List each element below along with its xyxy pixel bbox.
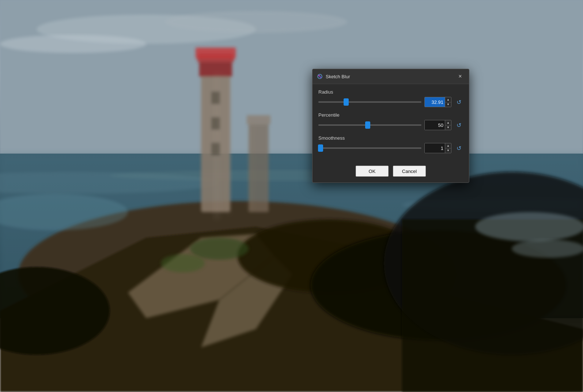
smoothness-spin-up[interactable]: ▲ — [445, 143, 451, 148]
svg-point-42 — [318, 75, 320, 76]
radius-spin-down[interactable]: ▼ — [445, 102, 451, 107]
dialog-title: Sketch Blur — [326, 74, 453, 79]
dialog-backdrop: Sketch Blur × Radius ▲ ▼ — [0, 0, 583, 392]
radius-spinners: ▲ ▼ — [445, 97, 451, 107]
radius-slider[interactable] — [318, 101, 421, 103]
percentile-controls: ▲ ▼ ↺ — [318, 120, 463, 130]
percentile-spin-up[interactable]: ▲ — [445, 120, 451, 125]
percentile-slider[interactable] — [318, 124, 421, 126]
sketch-blur-icon — [317, 74, 323, 79]
smoothness-reset-button[interactable]: ↺ — [454, 143, 463, 153]
smoothness-thumb[interactable] — [318, 144, 323, 152]
radius-input-group: ▲ ▼ — [424, 97, 451, 107]
smoothness-slider[interactable] — [318, 147, 421, 149]
radius-reset-button[interactable]: ↺ — [454, 97, 463, 107]
percentile-reset-button[interactable]: ↺ — [454, 120, 463, 130]
smoothness-input-group: ▲ ▼ — [424, 143, 451, 153]
percentile-row: Percentile ▲ ▼ ↺ — [318, 112, 463, 130]
cancel-button[interactable]: Cancel — [393, 166, 426, 177]
smoothness-spin-down[interactable]: ▼ — [445, 148, 451, 153]
smoothness-input[interactable] — [425, 143, 445, 153]
smoothness-spinners: ▲ ▼ — [445, 143, 451, 153]
radius-label: Radius — [318, 89, 463, 95]
percentile-thumb[interactable] — [365, 121, 370, 129]
dialog-body: Radius ▲ ▼ ↺ — [313, 84, 469, 164]
dialog-titlebar: Sketch Blur × — [313, 69, 469, 84]
smoothness-row: Smoothness ▲ ▼ ↺ — [318, 135, 463, 153]
percentile-spinners: ▲ ▼ — [445, 120, 451, 130]
sketch-blur-dialog: Sketch Blur × Radius ▲ ▼ — [312, 69, 469, 183]
smoothness-label: Smoothness — [318, 135, 463, 141]
smoothness-controls: ▲ ▼ ↺ — [318, 143, 463, 153]
percentile-input[interactable] — [425, 120, 445, 130]
radius-spin-up[interactable]: ▲ — [445, 97, 451, 102]
radius-input[interactable] — [425, 97, 445, 107]
svg-point-43 — [320, 76, 321, 78]
percentile-label: Percentile — [318, 112, 463, 118]
dialog-footer: OK Cancel — [313, 164, 469, 182]
radius-controls: ▲ ▼ ↺ — [318, 97, 463, 107]
radius-thumb[interactable] — [344, 98, 349, 106]
close-button[interactable]: × — [456, 72, 465, 81]
radius-row: Radius ▲ ▼ ↺ — [318, 89, 463, 107]
ok-button[interactable]: OK — [356, 166, 389, 177]
percentile-spin-down[interactable]: ▼ — [445, 125, 451, 130]
percentile-input-group: ▲ ▼ — [424, 120, 451, 130]
